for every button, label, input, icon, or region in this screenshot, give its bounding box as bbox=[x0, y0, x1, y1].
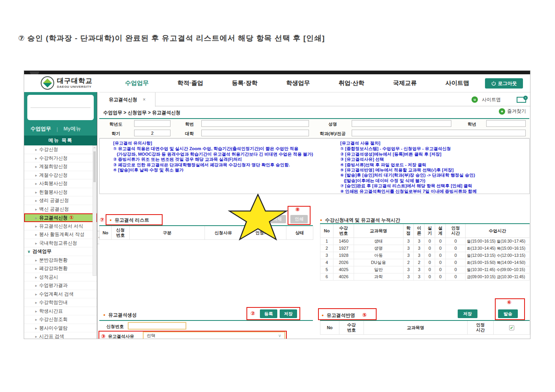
student-id-input[interactable] bbox=[201, 120, 309, 127]
table-row: 42026DU실용22000화(15:00~15:50) 목(14:00~14:… bbox=[320, 259, 530, 266]
print-button[interactable]: 인쇄 bbox=[290, 215, 308, 223]
notice-right-title: [유고결석 사용 절차] bbox=[340, 141, 477, 146]
sidebar-item[interactable]: ▸수업계획서 검색 bbox=[24, 290, 97, 299]
table-row: 64026과학33000금(09:00~10:15) 금(10:30~11:45… bbox=[320, 273, 530, 281]
scroll-up-icon[interactable]: ^ bbox=[93, 146, 96, 151]
create-save-button[interactable]: 저장 bbox=[280, 309, 297, 318]
sitemap-link[interactable]: 사이트맵 bbox=[482, 96, 501, 103]
cell: 3 bbox=[403, 273, 414, 281]
sidebar-item[interactable]: ▸계절수강신청 bbox=[24, 171, 97, 180]
sidebar-item[interactable]: ▸헌혈봉사신청 bbox=[24, 188, 97, 197]
select-all-checkbox[interactable]: ✔ bbox=[509, 325, 514, 330]
sidebar-item[interactable]: ▸봉사이수열람 bbox=[24, 324, 97, 333]
sidebar-item[interactable]: ▸학생시간표 bbox=[24, 307, 97, 316]
arrow-right-icon: ▸ bbox=[35, 317, 37, 322]
cell: 2 bbox=[320, 245, 333, 252]
notice-line: ① 유고결석 적용은 대면수업 및 실시간 Zoom 수업, 학습기간(출석인정… bbox=[113, 146, 313, 151]
sidebar-item[interactable]: ▸수강신청 bbox=[24, 145, 97, 154]
sidebar-tab-divider: | bbox=[57, 126, 58, 132]
arrow-right-icon: ▸ bbox=[35, 198, 37, 203]
name-label: 성명 bbox=[322, 121, 344, 127]
sidebar-item[interactable]: ▸시간표 검색 bbox=[24, 332, 97, 339]
sidebar-item-label: 수강신청 bbox=[39, 147, 58, 152]
nav-item[interactable]: 사이트맵 bbox=[445, 79, 469, 87]
nav-item[interactable]: 학생업무 bbox=[286, 79, 310, 87]
logout-label: 로그아웃 bbox=[498, 80, 517, 87]
college-input[interactable] bbox=[201, 130, 309, 136]
send-button[interactable]: 발송 bbox=[498, 309, 518, 318]
annotation-5: ⑤ bbox=[362, 312, 367, 318]
star-highlight-shape bbox=[228, 194, 288, 241]
star-favorite-icon: ★ bbox=[499, 108, 505, 115]
sidebar-item[interactable]: ▸국내학점교류신청 bbox=[24, 239, 97, 248]
sidebar-scrollbar[interactable]: ^ bbox=[93, 145, 97, 276]
cell: 월(12:00~13:15) 수(12:00~13:15) bbox=[466, 252, 530, 259]
sidebar-item[interactable]: ▸백신 공결신청 bbox=[24, 205, 97, 214]
tab-close-icon[interactable]: × bbox=[143, 97, 146, 102]
notice-line: (가상강좌, MOOC강좌 등 원격수업과 학습기간이 유고결석 허용기간보다 … bbox=[113, 152, 313, 157]
nav-item[interactable]: 학적·졸업 bbox=[178, 79, 203, 87]
sidebar-item[interactable]: ▸사회봉사신청 bbox=[24, 179, 97, 188]
student-id-label: 학번 bbox=[182, 121, 197, 127]
tab-absence-application[interactable]: 유고결석신청 × bbox=[99, 92, 155, 107]
popup-window-icon[interactable]: × bbox=[517, 97, 526, 103]
sidebar: 수업업무 | My메뉴 메뉴 목록 ▸수강신청▸수강허가신청▸계절희망신청▸계절… bbox=[24, 92, 97, 339]
nav-item[interactable]: 등록·장학 bbox=[232, 79, 258, 87]
reason-type-select[interactable]: 선택 ∨ bbox=[143, 332, 285, 339]
sidebar-tab-lecture[interactable]: 수업업무 bbox=[30, 125, 51, 132]
power-icon bbox=[491, 81, 496, 86]
sidebar-menu-list: ▸수강신청▸수강허가신청▸계절희망신청▸계절수강신청▸사회봉사신청▸헌혈봉사신청… bbox=[24, 145, 97, 339]
major-input[interactable] bbox=[352, 130, 526, 136]
register-button[interactable]: 등록 bbox=[260, 309, 277, 318]
sidebar-item[interactable]: ▸계절희망신청 bbox=[24, 162, 97, 171]
notice-line: ⑦ [승인]완료 후 [유고결석 리스트]에서 해당 항목 선택후 [인쇄] 클… bbox=[340, 183, 477, 188]
notice-left-title: [유고결석 유의사항] bbox=[113, 141, 313, 146]
cell: DU실용 bbox=[354, 259, 403, 266]
nav-item[interactable]: 국제교류 bbox=[393, 79, 417, 87]
scrollbar-thumb[interactable] bbox=[93, 151, 96, 182]
bullet-icon: ● bbox=[103, 313, 105, 317]
nav-item[interactable]: 수업업무 bbox=[125, 79, 149, 87]
sidebar-item[interactable]: ▸분반강좌현황 bbox=[24, 256, 97, 265]
sidebar-item[interactable]: ▸성적공시 bbox=[24, 273, 97, 282]
arrow-right-icon: ▸ bbox=[35, 241, 37, 245]
request-no-input[interactable] bbox=[128, 322, 186, 330]
sidebar-item[interactable]: ▸폐강강좌현황 bbox=[24, 264, 97, 273]
sidebar-item[interactable]: ▸유고결석신청① bbox=[24, 213, 97, 222]
term-input[interactable] bbox=[134, 130, 170, 136]
arrow-right-icon: ▸ bbox=[35, 164, 37, 169]
table-row: 54025일반33000월(10:30~11:45) 수(09:00~10:15… bbox=[320, 266, 530, 273]
content-area: 유고결석신청 × u 사이트맵 × 수업업무 > 신청업무 > 유고결석신청 ★… bbox=[99, 92, 530, 339]
nav-item[interactable]: 취업·산학 bbox=[339, 79, 364, 87]
column-header: 설 계 bbox=[435, 224, 446, 238]
sidebar-item[interactable]: ▸봉사 활동계획서 작성 bbox=[24, 230, 97, 239]
sidebar-item[interactable]: ▸수강허가신청 bbox=[24, 154, 97, 163]
column-header: 인정 시간 bbox=[446, 224, 466, 238]
sidebar-item[interactable]: ▸수강신청조회 bbox=[24, 315, 97, 324]
notice-box: [유고결석 유의사항] ① 유고결석 적용은 대면수업 및 실시간 Zoom 수… bbox=[99, 138, 530, 194]
university-name-en: DAEGU UNIVERSITY bbox=[57, 85, 93, 89]
grade-input[interactable] bbox=[486, 120, 526, 127]
cell: 1 bbox=[320, 238, 333, 245]
cell: 2 bbox=[403, 259, 414, 266]
arrow-right-icon: ▸ bbox=[35, 190, 37, 194]
logout-button[interactable]: 로그아웃 bbox=[485, 78, 523, 89]
bullet-icon: ● bbox=[322, 313, 324, 317]
year-input[interactable] bbox=[134, 120, 170, 127]
sidebar-item[interactable]: ▸수강학점안내 bbox=[24, 298, 97, 307]
column-header: 이 론 bbox=[414, 224, 424, 238]
column-header: No bbox=[320, 224, 333, 238]
sidebar-tab-mymenu[interactable]: My메뉴 bbox=[63, 125, 81, 132]
sidebar-item[interactable]: ▸유고결석신청서 서식 bbox=[24, 222, 97, 231]
sidebar-item[interactable]: ∨검색업무 bbox=[24, 247, 97, 256]
sidebar-item[interactable]: ▸생리 공결신청 bbox=[24, 196, 97, 205]
sidebar-item-label: 학생시간표 bbox=[39, 308, 63, 314]
notice-line: ④ [발송]이후 날짜 수정 및 취소 불가 bbox=[113, 168, 313, 173]
sidebar-item[interactable]: ▸수업평가결과 bbox=[24, 281, 97, 290]
cell: 3 bbox=[414, 238, 424, 245]
arrow-right-icon: ▸ bbox=[35, 334, 37, 339]
cell: 4026 bbox=[333, 273, 354, 281]
apply-save-button[interactable]: 저장 bbox=[458, 309, 477, 318]
favorite-button[interactable]: ★ 즐겨찾기 bbox=[499, 108, 526, 115]
name-input[interactable] bbox=[352, 120, 451, 127]
